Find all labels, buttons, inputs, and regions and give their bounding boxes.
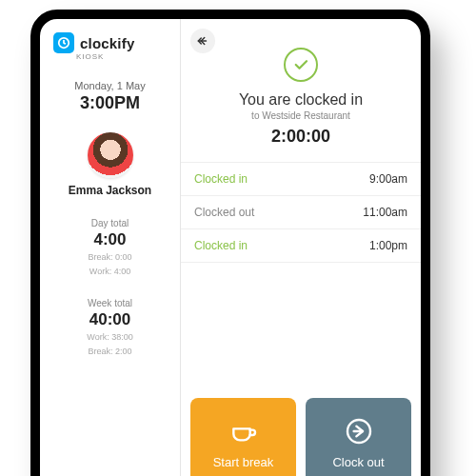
clock-out-button[interactable]: Clock out [306,398,411,476]
week-work: Work: 38:00 [50,331,170,344]
brand-logo: clockify [50,32,170,53]
day-work: Work: 4:00 [50,266,170,278]
action-bar: Start break Clock out [181,388,421,476]
current-time: 3:00PM [50,93,170,113]
main-panel: You are clocked in to Westside Restauran… [181,19,421,476]
current-date: Monday, 1 May [50,80,170,91]
log-label: Clocked in [194,239,248,252]
arrow-left-icon [196,34,209,48]
sidebar: clockify KIOSK Monday, 1 May 3:00PM Emma… [40,19,181,476]
week-total-value: 40:00 [50,310,170,329]
log-row: Clocked in 1:00pm [181,229,421,263]
day-total-value: 4:00 [50,230,170,249]
log-time: 9:00am [369,172,407,186]
day-total-block: Day total 4:00 Break: 0:00 Work: 4:00 [50,218,170,277]
kiosk-device-frame: clockify KIOSK Monday, 1 May 3:00PM Emma… [30,10,430,476]
coffee-icon [228,415,260,447]
back-button[interactable] [190,29,215,53]
activity-log: Clocked in 9:00am Clocked out 11:00am Cl… [181,162,421,263]
check-circle-icon [284,48,318,82]
status-title: You are clocked in [181,91,421,109]
arrow-right-circle-icon [343,415,375,447]
brand-name: clockify [80,35,134,51]
clock-out-label: Clock out [332,455,384,469]
start-break-button[interactable]: Start break [190,398,296,476]
week-total-label: Week total [50,298,170,308]
day-break: Break: 0:00 [50,251,170,264]
log-label: Clocked out [194,206,254,219]
log-time: 1:00pm [369,239,407,252]
user-name: Emma Jackson [50,184,170,197]
avatar [88,132,133,178]
week-total-block: Week total 40:00 Work: 38:00 Break: 2:00 [50,298,170,357]
brand-sub: KIOSK [50,52,170,61]
week-break: Break: 2:00 [50,346,170,358]
clock-icon [53,32,74,53]
status-timer: 2:00:00 [181,127,421,147]
log-row: Clocked in 9:00am [181,163,421,196]
log-row: Clocked out 11:00am [181,196,421,229]
start-break-label: Start break [213,455,274,469]
status-subtitle: to Westside Restaurant [181,110,421,121]
day-total-label: Day total [50,218,170,228]
log-label: Clocked in [194,172,248,186]
log-time: 11:00am [363,206,407,219]
